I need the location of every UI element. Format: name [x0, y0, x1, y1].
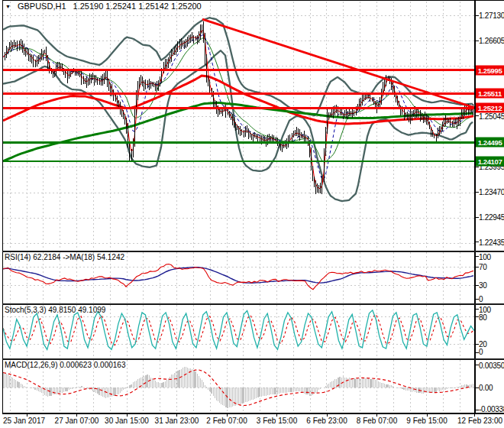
symbol-period-label: GBPUSD,H1: [18, 2, 66, 11]
symbol-dropdown-icon[interactable]: ▼: [5, 4, 11, 9]
time-label: 30 Jan 15:00: [105, 417, 149, 425]
time-label: 31 Jan 23:00: [155, 417, 199, 425]
ohlc-quote-values: 1.25190 1.25241 1.25142 1.25200: [73, 2, 202, 11]
time-label: 9 Feb 15:00: [406, 417, 447, 425]
time-label: 2 Feb 07:00: [206, 417, 247, 425]
time-label: 8 Feb 07:00: [357, 417, 397, 425]
time-label: 3 Feb 15:00: [257, 417, 297, 425]
time-label: 27 Jan 07:00: [55, 417, 99, 425]
time-axis[interactable]: 25 Jan 201727 Jan 07:0030 Jan 15:0031 Ja…: [0, 413, 504, 428]
time-label: 6 Feb 23:00: [306, 417, 347, 425]
chart-title: ▼ GBPUSD,H1 1.25190 1.25241 1.25142 1.25…: [5, 2, 202, 11]
stoch-indicator-label: Stoch(5,3,3) 49.8150 49.1099: [5, 306, 105, 314]
chart-window: ▼ GBPUSD,H1 1.25190 1.25241 1.25142 1.25…: [0, 0, 504, 428]
time-label: 25 Jan 2017: [3, 417, 45, 425]
time-label: 12 Feb 23:00: [457, 417, 502, 425]
macd-indicator-label: MACD(12,26,9) 0.000623 0.000163: [5, 361, 125, 369]
rsi-indicator-label: RSI(14) 62.2184 ->MA(18) 54.1242: [5, 253, 124, 261]
